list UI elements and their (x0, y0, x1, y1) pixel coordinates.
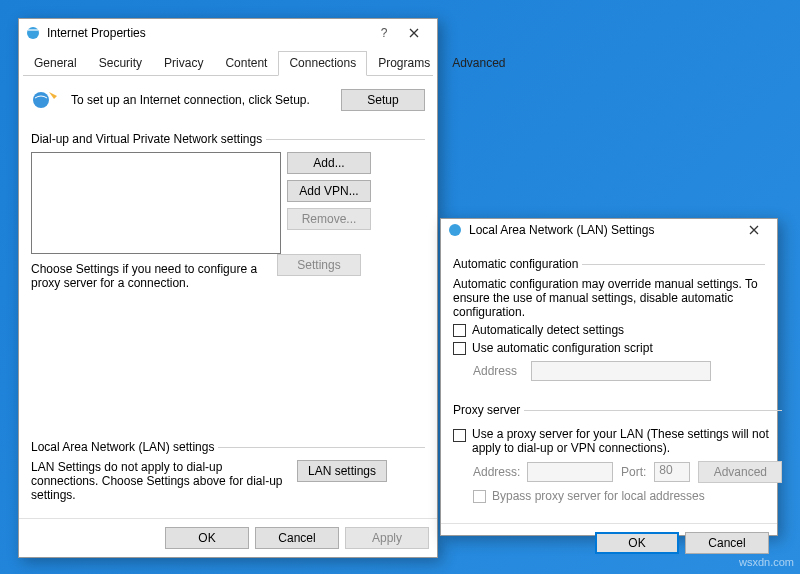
tab-privacy[interactable]: Privacy (153, 51, 214, 76)
script-address-input (531, 361, 711, 381)
watermark: wsxdn.com (739, 556, 794, 568)
cancel-button[interactable]: Cancel (685, 532, 769, 554)
globe-wizard-icon (31, 86, 59, 114)
tab-programs[interactable]: Programs (367, 51, 441, 76)
proxy-port-label: Port: (621, 465, 646, 479)
cancel-button[interactable]: Cancel (255, 527, 339, 549)
proxy-address-input (527, 462, 613, 482)
lan-settings-group: Local Area Network (LAN) settings LAN Se… (31, 440, 425, 502)
auto-script-checkbox[interactable]: Use automatic configuration script (453, 341, 765, 355)
close-button[interactable] (737, 219, 771, 241)
lan-pane: Automatic configuration Automatic config… (441, 241, 777, 523)
lan-settings-button[interactable]: LAN settings (297, 460, 387, 482)
auto-config-legend: Automatic configuration (453, 257, 582, 271)
script-address-label: Address (473, 364, 523, 378)
dialup-vpn-legend: Dial-up and Virtual Private Network sett… (31, 132, 266, 146)
proxy-server-group: Proxy server Use a proxy server for your… (453, 403, 782, 507)
lan-hint: LAN Settings do not apply to dial-up con… (31, 460, 291, 502)
svg-point-3 (449, 224, 461, 236)
lan-settings-window: Local Area Network (LAN) Settings Automa… (440, 218, 778, 536)
tab-security[interactable]: Security (88, 51, 153, 76)
window-title: Local Area Network (LAN) Settings (469, 223, 737, 237)
internet-options-icon (25, 25, 41, 41)
window-title: Internet Properties (47, 26, 371, 40)
titlebar[interactable]: Local Area Network (LAN) Settings (441, 219, 777, 241)
apply-button: Apply (345, 527, 429, 549)
ok-button[interactable]: OK (595, 532, 679, 554)
close-button[interactable] (397, 22, 431, 44)
setup-button[interactable]: Setup (341, 89, 425, 111)
bypass-local-checkbox: Bypass proxy server for local addresses (473, 489, 782, 503)
auto-detect-checkbox[interactable]: Automatically detect settings (453, 323, 765, 337)
connections-pane: To set up an Internet connection, click … (19, 76, 437, 518)
tab-connections[interactable]: Connections (278, 51, 367, 76)
svg-point-0 (27, 27, 39, 39)
proxy-server-legend: Proxy server (453, 403, 524, 417)
dialog-footer: OK Cancel (441, 523, 777, 562)
dial-settings-button: Settings (277, 254, 361, 276)
remove-button: Remove... (287, 208, 371, 230)
auto-config-hint: Automatic configuration may override man… (453, 277, 765, 319)
ok-button[interactable]: OK (165, 527, 249, 549)
internet-options-icon (447, 222, 463, 238)
dialup-vpn-group: Dial-up and Virtual Private Network sett… (31, 132, 425, 290)
connections-listbox[interactable] (31, 152, 281, 254)
proxy-port-input: 80 (654, 462, 690, 482)
tab-advanced[interactable]: Advanced (441, 51, 516, 76)
svg-rect-1 (28, 29, 38, 31)
dialog-footer: OK Cancel Apply (19, 518, 437, 557)
proxy-advanced-button: Advanced (698, 461, 782, 483)
use-proxy-checkbox[interactable]: Use a proxy server for your LAN (These s… (453, 427, 782, 455)
tab-content[interactable]: Content (214, 51, 278, 76)
dialup-hint: Choose Settings if you need to configure… (31, 262, 271, 290)
tabs-bar: General Security Privacy Content Connect… (23, 51, 433, 76)
add-vpn-button[interactable]: Add VPN... (287, 180, 371, 202)
svg-point-2 (33, 92, 49, 108)
internet-properties-window: Internet Properties ? General Security P… (18, 18, 438, 558)
add-button[interactable]: Add... (287, 152, 371, 174)
auto-config-group: Automatic configuration Automatic config… (453, 257, 765, 387)
help-button[interactable]: ? (371, 22, 397, 44)
lan-settings-legend: Local Area Network (LAN) settings (31, 440, 218, 454)
titlebar[interactable]: Internet Properties ? (19, 19, 437, 47)
setup-hint: To set up an Internet connection, click … (71, 93, 329, 107)
tab-general[interactable]: General (23, 51, 88, 76)
proxy-address-label: Address: (473, 465, 519, 479)
